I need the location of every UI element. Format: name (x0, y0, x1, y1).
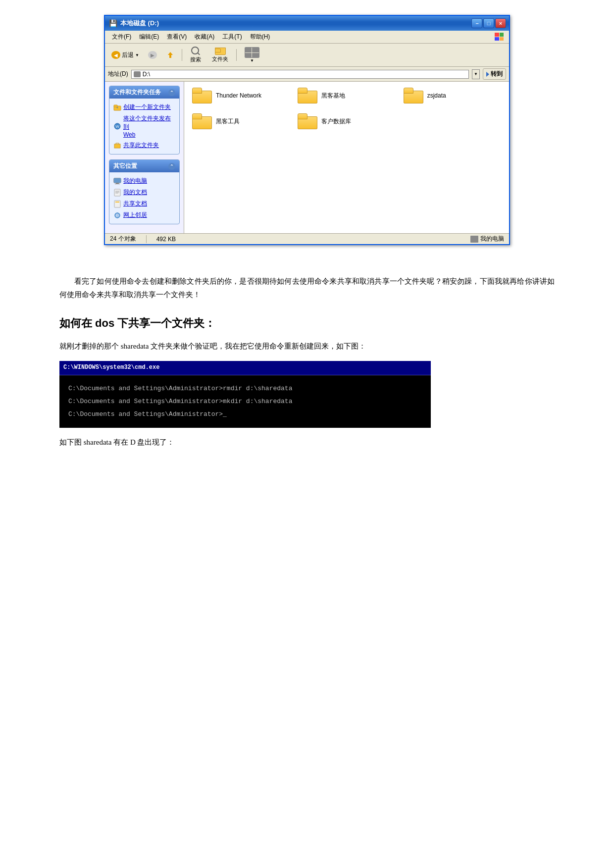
window-title: 本地磁盘 (D:) (120, 19, 159, 28)
my-computer-status-icon (470, 236, 478, 243)
up-button[interactable] (162, 49, 178, 61)
create-folder-link[interactable]: + 创建一个新文件夹 (112, 102, 176, 113)
minimize-button[interactable]: － (471, 18, 482, 28)
folder-icon (298, 113, 317, 129)
my-computer-status-label: 我的电脑 (480, 235, 504, 243)
svg-rect-15 (115, 202, 119, 203)
publish-folder-icon: W (113, 122, 121, 130)
forward-arrow-icon: ▶ (148, 51, 157, 59)
search-icon (191, 47, 200, 55)
menu-edit[interactable]: 编辑(E) (136, 32, 162, 42)
other-places-header: 其它位置 ⌃ (109, 160, 179, 172)
folders-label: 文件夹 (212, 55, 228, 63)
file-tasks-section: 文件和文件夹任务 ⌃ + 创建一个新文件夹 W 将这个文件夹发布到We (109, 86, 180, 154)
menu-help[interactable]: 帮助(H) (247, 32, 273, 42)
svg-rect-7 (114, 178, 121, 183)
my-docs-icon (113, 189, 121, 197)
network-label: 网上邻居 (123, 211, 147, 219)
svg-rect-5 (114, 144, 120, 148)
back-arrow-icon: ◀ (111, 51, 120, 59)
left-panel: 文件和文件夹任务 ⌃ + 创建一个新文件夹 W 将这个文件夹发布到We (105, 82, 184, 233)
file-tasks-body: + 创建一个新文件夹 W 将这个文件夹发布到Web (109, 99, 179, 154)
network-link[interactable]: 网上邻居 (112, 209, 176, 221)
publish-folder-label: 将这个文件夹发布到Web (123, 114, 175, 138)
back-button[interactable]: ◀ 后退 ▼ (108, 50, 143, 61)
restore-button[interactable]: □ (483, 18, 494, 28)
article-para1: 看完了如何使用命令去创建和删除文件夹后的你，是否很期待如何去使用命令来共享和取消… (59, 275, 555, 302)
address-dropdown-button[interactable]: ▼ (472, 69, 480, 79)
folder-zsj-label: zsjdata (427, 92, 446, 99)
views-button[interactable]: ▼ (240, 46, 264, 64)
svg-text:+: + (116, 105, 119, 110)
shared-docs-label: 共享文档 (123, 200, 147, 208)
folder-zsj[interactable]: zsjdata (402, 86, 503, 105)
other-places-section: 其它位置 ⌃ 我的电脑 我的文档 (109, 159, 180, 224)
toolbar-separator-2 (236, 49, 237, 61)
folders-button[interactable]: 文件夹 (207, 46, 233, 64)
folder-icon (298, 88, 317, 103)
svg-rect-8 (116, 183, 119, 184)
other-places-collapse-button[interactable]: ⌃ (168, 163, 175, 170)
cmd-line-3: C:\Documents and Settings\Administrator>… (68, 395, 422, 408)
status-bar: 24 个对象 492 KB 我的电脑 (105, 233, 509, 244)
publish-folder-link[interactable]: W 将这个文件夹发布到Web (112, 113, 176, 140)
close-button[interactable]: × (495, 18, 506, 28)
cmd-title-bar: C:\WINDOWS\system32\cmd.exe (59, 361, 431, 375)
title-bar: 💾 本地磁盘 (D:) － □ × (105, 16, 509, 31)
folder-icon (192, 113, 212, 129)
share-folder-link[interactable]: 共享此文件夹 (112, 140, 176, 151)
toolbar-separator-1 (182, 49, 182, 61)
address-input-wrap[interactable]: D:\ (131, 70, 469, 79)
my-computer-status: 我的电脑 (470, 235, 504, 243)
cmd-window: C:\WINDOWS\system32\cmd.exe C:\Documents… (59, 361, 431, 428)
cmd-line-5: C:\Documents and Settings\Administrator>… (68, 408, 422, 421)
window-controls: － □ × (471, 18, 506, 28)
share-folder-icon (113, 142, 121, 150)
go-arrow-icon (486, 72, 489, 77)
file-tasks-title: 文件和文件夹任务 (113, 88, 161, 97)
go-button[interactable]: 转到 (483, 68, 506, 80)
article-para2: 就刚才删掉的那个 sharedata 文件夹来做个验证吧，我在把它使用命令重新创… (59, 339, 555, 354)
explorer-body: 文件和文件夹任务 ⌃ + 创建一个新文件夹 W 将这个文件夹发布到We (105, 82, 509, 233)
status-separator (146, 235, 147, 243)
menu-favorites[interactable]: 收藏(A) (192, 32, 217, 42)
address-bar: 地址(D) D:\ ▼ 转到 (105, 67, 509, 82)
folder-thunder[interactable]: Thunder Network (190, 86, 292, 105)
views-dropdown-icon: ▼ (250, 58, 254, 63)
folder-thunder-label: Thunder Network (216, 92, 261, 99)
search-button[interactable]: 搜索 (186, 45, 205, 65)
menu-file[interactable]: 文件(F) (109, 32, 134, 42)
my-docs-link[interactable]: 我的文档 (112, 187, 176, 198)
folder-heike-base[interactable]: 黑客基地 (296, 86, 397, 105)
folder-customers-label: 客户数据库 (321, 117, 351, 126)
my-computer-link[interactable]: 我的电脑 (112, 175, 176, 187)
title-bar-left: 💾 本地磁盘 (D:) (109, 19, 159, 28)
svg-rect-9 (115, 184, 120, 184)
menu-bar: 文件(F) 编辑(E) 查看(V) 收藏(A) 工具(T) 帮助(H) (105, 31, 509, 44)
back-dropdown-icon: ▼ (135, 53, 139, 57)
menu-view[interactable]: 查看(V) (164, 32, 190, 42)
share-folder-label: 共享此文件夹 (123, 141, 159, 150)
menu-tools[interactable]: 工具(T) (219, 32, 245, 42)
svg-text:W: W (115, 124, 119, 129)
other-places-title: 其它位置 (113, 162, 137, 170)
create-folder-label: 创建一个新文件夹 (123, 103, 171, 111)
create-folder-icon: + (113, 103, 121, 111)
address-label: 地址(D) (108, 70, 128, 78)
windows-logo (493, 32, 505, 42)
file-size: 492 KB (156, 236, 176, 243)
other-places-body: 我的电脑 我的文档 共享文档 (109, 172, 179, 224)
file-tasks-header: 文件和文件夹任务 ⌃ (109, 86, 179, 99)
folder-customers[interactable]: 客户数据库 (296, 111, 397, 131)
shared-docs-link[interactable]: 共享文档 (112, 198, 176, 209)
folder-icon (192, 88, 212, 103)
folder-heike-base-label: 黑客基地 (321, 92, 345, 100)
object-count: 24 个对象 (110, 235, 136, 243)
explorer-window: 💾 本地磁盘 (D:) － □ × 文件(F) 编辑(E) 查看(V) 收藏(A… (104, 15, 510, 245)
back-label: 后退 (122, 51, 134, 59)
folder-heike-tools[interactable]: 黑客工具 (190, 111, 292, 131)
file-tasks-collapse-button[interactable]: ⌃ (168, 89, 175, 96)
section-heading: 如何在 dos 下共享一个文件夹： (59, 313, 555, 333)
forward-button[interactable]: ▶ (145, 50, 160, 60)
address-drive-icon (134, 71, 141, 77)
